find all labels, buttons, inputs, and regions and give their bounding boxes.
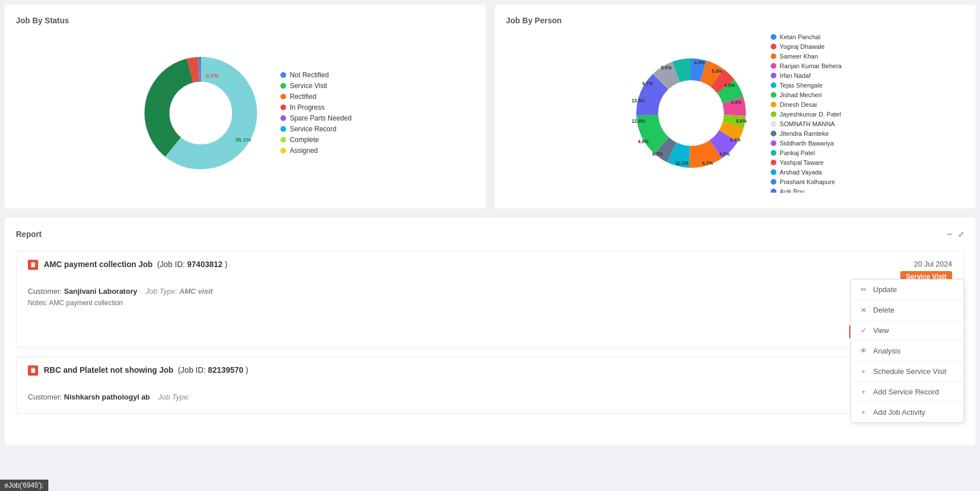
legend-sameer: Sameer Khan — [771, 53, 842, 60]
svg-text:6.7%: 6.7% — [652, 151, 663, 156]
legend-dot — [771, 169, 776, 175]
svg-text:6.7%: 6.7% — [702, 161, 713, 166]
legend-dot — [280, 105, 286, 110]
context-view[interactable]: ✓ View — [851, 321, 964, 341]
legend-not-rectified: Not Rectified — [280, 71, 352, 79]
legend-label: Ranjan Kumar Behera — [780, 63, 842, 69]
job-id-label-2: (Job ID: 82139570 ) — [178, 365, 249, 375]
job-meta-1: Customer: Sanjivani Laboratory Job Type:… — [28, 287, 952, 296]
legend-spare-parts: Spare Parts Needed — [280, 114, 352, 122]
context-schedule[interactable]: + Schedule Service Visit — [851, 361, 964, 382]
legend-dot — [280, 126, 286, 132]
plus-icon-record: + — [859, 388, 867, 396]
check-icon: ✓ — [859, 326, 867, 335]
legend-label: Complete — [290, 136, 319, 144]
context-delete[interactable]: ✕ Delete — [851, 300, 964, 321]
legend-label: Yogiraj Dhawale — [780, 43, 825, 50]
legend-dot — [771, 189, 776, 193]
legend-dot — [771, 111, 776, 117]
job-card-1: 📋 AMC payment collection Job (Job ID: 97… — [16, 251, 964, 348]
context-add-activity-label: Add Job Activity — [873, 408, 925, 417]
job-customer-1: Customer: Sanjivani Laboratory — [28, 287, 139, 296]
job-notes-1: Notes: AMC payment collection — [28, 299, 952, 307]
legend-label: Prashant Kolhapure — [780, 178, 835, 185]
context-analysis-label: Analysis — [873, 347, 900, 355]
svg-text:3.1%: 3.1% — [206, 72, 219, 78]
legend-dot — [771, 92, 776, 98]
svg-point-24 — [659, 80, 723, 145]
context-schedule-label: Schedule Service Visit — [873, 367, 946, 376]
legend-dot — [771, 160, 776, 165]
legend-jitendra: Jitendra Ramteke — [771, 130, 842, 137]
legend-dot — [771, 34, 776, 40]
job-date-1: 20 Jul 2024 — [900, 260, 952, 268]
context-menu: ✏ Update ✕ Delete ✓ View 👁 Analysis + Sc… — [850, 279, 964, 423]
context-add-activity[interactable]: + Add Job Activity — [851, 402, 964, 422]
legend-label: Rectified — [290, 93, 316, 101]
legend-label: Tejas Shengale — [780, 82, 822, 89]
legend-dot — [771, 63, 776, 69]
svg-text:13.5%: 13.5% — [631, 98, 645, 103]
legend-label: Yashpal Taware — [780, 159, 824, 166]
legend-yashpal: Yashpal Taware — [771, 159, 842, 166]
job-card-2: 📋 RBC and Platelet not showing Job (Job … — [16, 356, 964, 414]
job-id-value-2: 82139570 — [208, 365, 243, 375]
legend-prashant: Prashant Kolhapure — [771, 178, 842, 185]
legend-dot — [771, 179, 776, 185]
context-add-record[interactable]: + Add Service Record — [851, 382, 964, 402]
legend-complete: Complete — [280, 136, 352, 144]
legend-label: Arshad Vayada — [780, 169, 822, 176]
legend-label: Jitendra Ramteke — [780, 130, 829, 137]
svg-text:5.6%: 5.6% — [736, 118, 747, 123]
legend-avik: Avik Roy — [771, 188, 842, 193]
svg-text:5.6%: 5.6% — [731, 99, 742, 105]
context-update[interactable]: ✏ Update — [851, 280, 964, 300]
svg-text:4.5%: 4.5% — [694, 60, 705, 65]
legend-label: In Progress — [290, 103, 324, 111]
svg-text:5.6%: 5.6% — [712, 68, 722, 73]
report-header: Report – ⤢ — [16, 229, 964, 239]
legend-ketan: Ketan Panchal — [771, 34, 842, 40]
context-view-label: View — [873, 326, 889, 335]
job-title-2: RBC and Platelet not showing Job (Job ID… — [44, 365, 248, 375]
job-icon-1: 📋 — [28, 260, 38, 270]
legend-dot — [771, 131, 776, 136]
legend-dot — [771, 121, 776, 127]
context-update-label: Update — [873, 285, 897, 294]
legend-dot — [280, 148, 286, 153]
legend-label: Avik Roy — [780, 188, 804, 193]
legend-label: Spare Parts Needed — [290, 114, 352, 122]
report-title-text: Report — [16, 230, 42, 239]
legend-label: Sameer Khan — [780, 53, 818, 60]
job-type-2: Job Type: — [158, 393, 190, 401]
legend-dot — [771, 44, 776, 49]
legend-tejas: Tejas Shengale — [771, 82, 842, 89]
legend-label: Jayeshkumar D. Patel — [780, 111, 841, 118]
legend-jayesh: Jayeshkumar D. Patel — [771, 111, 842, 118]
legend-label: SOMNATH MANNA — [780, 120, 835, 127]
job-id-value-1: 97403812 — [187, 260, 222, 269]
pencil-icon: ✏ — [859, 285, 867, 294]
svg-text:4.5%: 4.5% — [638, 139, 648, 144]
job-by-status-title: Job By Status — [16, 16, 474, 25]
person-donut-chart: 4.5% 5.6% 4.5% 5.6% 5.6% 3.4% 4.5% 6.7% … — [628, 51, 754, 176]
legend-dot — [771, 53, 776, 59]
legend-siddharth: Siddharth Bawariya — [771, 140, 842, 147]
legend-pankaj: Pankaj Patel — [771, 149, 842, 156]
legend-dot — [771, 150, 776, 156]
legend-label: Pankaj Patel — [780, 149, 815, 156]
report-section: Report – ⤢ 📋 AMC payment collection Job … — [5, 218, 975, 445]
status-legend: Not Rectified Service Visit Rectified In… — [280, 71, 352, 155]
context-analysis[interactable]: 👁 Analysis — [851, 341, 964, 361]
job-title-strong-1: AMC payment collection Job — [44, 260, 152, 269]
svg-text:10.1%: 10.1% — [675, 161, 689, 166]
legend-label: Service Visit — [290, 82, 327, 90]
svg-text:6.7%: 6.7% — [642, 81, 653, 86]
context-delete-label: Delete — [873, 306, 895, 314]
legend-service-visit: Service Visit — [280, 82, 352, 90]
svg-text:3.4%: 3.4% — [730, 137, 741, 142]
expand-button[interactable]: ⤢ — [958, 230, 964, 239]
svg-text:4.5%: 4.5% — [719, 151, 730, 156]
plus-icon-activity: + — [859, 408, 867, 417]
minimize-button[interactable]: – — [947, 229, 952, 239]
